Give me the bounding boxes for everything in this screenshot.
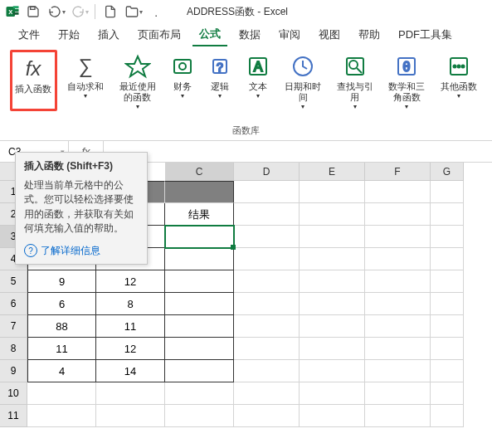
cell[interactable] — [300, 270, 365, 293]
cell[interactable]: 9 — [27, 270, 96, 293]
cell[interactable] — [300, 405, 365, 427]
cell[interactable] — [300, 293, 365, 315]
tab-layout[interactable]: 页面布局 — [131, 24, 188, 46]
cell[interactable] — [365, 293, 431, 315]
col-header-f[interactable]: F — [365, 163, 431, 181]
cell[interactable]: 结果 — [165, 203, 234, 226]
tab-home[interactable]: 开始 — [51, 24, 86, 46]
row-header[interactable]: 7 — [0, 315, 27, 338]
cell[interactable] — [234, 338, 300, 360]
cell[interactable] — [165, 181, 234, 203]
cell[interactable] — [431, 338, 464, 360]
cell[interactable] — [431, 405, 464, 427]
math-button[interactable]: θ 数学和三角函数▾ — [383, 50, 431, 111]
tab-review[interactable]: 审阅 — [272, 24, 307, 46]
cell[interactable]: 4 — [27, 360, 96, 382]
cell[interactable] — [365, 248, 431, 270]
row-header[interactable]: 5 — [0, 270, 27, 293]
more-functions-button[interactable]: 其他函数▾ — [435, 50, 482, 111]
cell[interactable]: 11 — [96, 315, 165, 338]
row-header[interactable]: 10 — [0, 382, 27, 405]
cell[interactable] — [234, 203, 300, 226]
cell[interactable] — [300, 382, 365, 405]
cell[interactable] — [165, 360, 234, 382]
cell[interactable] — [234, 226, 300, 248]
cell[interactable] — [165, 405, 234, 427]
cell[interactable] — [234, 382, 300, 405]
cell[interactable] — [165, 248, 234, 270]
cell[interactable] — [365, 181, 431, 203]
cell[interactable] — [431, 248, 464, 270]
tab-view[interactable]: 视图 — [312, 24, 347, 46]
new-file-icon[interactable] — [100, 2, 120, 21]
cell[interactable] — [27, 405, 96, 427]
redo-icon[interactable]: ▾ — [70, 2, 90, 21]
cell[interactable] — [234, 293, 300, 315]
cell[interactable] — [365, 405, 431, 427]
save-icon[interactable] — [23, 2, 43, 21]
cell[interactable] — [234, 360, 300, 382]
cell[interactable] — [300, 248, 365, 270]
cell[interactable]: 6 — [27, 293, 96, 315]
insert-function-button[interactable]: fx 插入函数 — [10, 50, 57, 111]
cell[interactable]: 12 — [96, 270, 165, 293]
row-header[interactable]: 8 — [0, 338, 27, 360]
cell[interactable] — [300, 203, 365, 226]
cell[interactable] — [431, 293, 464, 315]
cell[interactable] — [431, 226, 464, 248]
cell[interactable] — [431, 203, 464, 226]
cell[interactable] — [300, 360, 365, 382]
cell[interactable] — [431, 181, 464, 203]
col-header-d[interactable]: D — [234, 163, 300, 181]
datetime-button[interactable]: 日期和时间▾ — [280, 50, 327, 111]
tab-file[interactable]: 文件 — [12, 24, 46, 46]
cell[interactable] — [365, 270, 431, 293]
cell[interactable]: 8 — [96, 293, 165, 315]
cell[interactable] — [234, 405, 300, 427]
col-header-c[interactable]: C — [165, 163, 234, 181]
cell[interactable] — [165, 270, 234, 293]
cell[interactable] — [165, 338, 234, 360]
tooltip-learn-more-link[interactable]: 了解详细信息 — [24, 244, 139, 257]
cell[interactable] — [365, 360, 431, 382]
cell[interactable] — [300, 338, 365, 360]
cell[interactable] — [365, 203, 431, 226]
text-button[interactable]: A 文本▾ — [241, 50, 275, 111]
cell[interactable] — [365, 382, 431, 405]
formula-input[interactable] — [104, 141, 492, 162]
cell[interactable] — [165, 293, 234, 315]
row-header[interactable]: 11 — [0, 405, 27, 427]
cell[interactable] — [431, 360, 464, 382]
cell[interactable] — [234, 315, 300, 338]
tab-formulas[interactable]: 公式 — [192, 23, 227, 46]
finance-button[interactable]: 财务▾ — [166, 50, 199, 111]
tab-data[interactable]: 数据 — [232, 24, 267, 46]
cell[interactable] — [300, 181, 365, 203]
cell[interactable] — [27, 382, 96, 405]
cell[interactable] — [234, 248, 300, 270]
cell[interactable] — [431, 315, 464, 338]
selected-cell[interactable] — [165, 226, 234, 248]
cell[interactable] — [365, 226, 431, 248]
col-header-g[interactable]: G — [431, 163, 464, 181]
cell[interactable] — [234, 181, 300, 203]
cell[interactable] — [300, 315, 365, 338]
cell[interactable] — [96, 405, 165, 427]
cell[interactable] — [431, 382, 464, 405]
tab-help[interactable]: 帮助 — [352, 24, 387, 46]
cell[interactable] — [431, 270, 464, 293]
cell[interactable]: 14 — [96, 360, 165, 382]
autosum-button[interactable]: ∑ 自动求和▾ — [62, 50, 110, 111]
cell[interactable] — [165, 315, 234, 338]
cell[interactable] — [165, 382, 234, 405]
logic-button[interactable]: ? 逻辑▾ — [204, 50, 237, 111]
recent-functions-button[interactable]: 最近使用的函数▾ — [114, 50, 161, 111]
tab-pdf[interactable]: PDF工具集 — [392, 24, 459, 46]
cell[interactable] — [365, 338, 431, 360]
cell[interactable] — [365, 315, 431, 338]
cell[interactable]: 12 — [96, 338, 165, 360]
cell[interactable]: 11 — [27, 338, 96, 360]
lookup-button[interactable]: 查找与引用▾ — [331, 50, 378, 111]
cell[interactable] — [96, 382, 165, 405]
undo-icon[interactable]: ▾ — [46, 2, 66, 21]
